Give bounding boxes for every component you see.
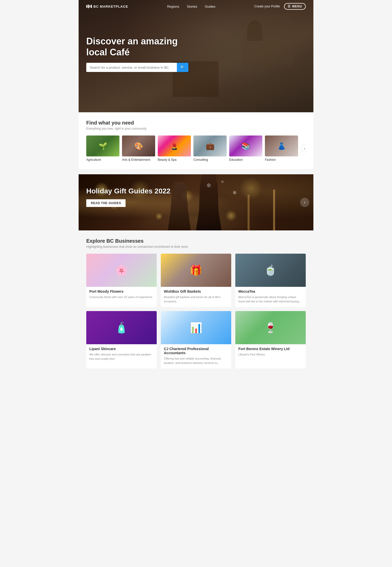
business-name-port-moody-flowers: Port Moody Flowers: [89, 289, 154, 293]
category-beauty-image: 💄: [158, 135, 191, 156]
search-icon: 🔍: [180, 65, 185, 69]
explore-title: Explore BC Businesses: [86, 238, 306, 244]
business-desc-lipani: We offer skincare and cosmetics that are…: [89, 352, 154, 361]
category-consulting-label: Consulting: [193, 158, 227, 162]
business-card-fort-berens[interactable]: 🍷 Fort Berens Estate Winery Ltd Lillooet…: [235, 311, 306, 368]
category-consulting-image: 💼: [193, 135, 227, 156]
business-desc-meccatea: MeccaTea is passionate about bringing un…: [238, 295, 303, 303]
categories-subtitle: Everything you love, right in your commu…: [86, 127, 306, 130]
search-input[interactable]: [86, 63, 177, 72]
logo-text: BC MARKETPLACE: [93, 5, 128, 8]
category-education-label: Education: [229, 158, 262, 162]
category-arts[interactable]: 🎨 Arts & Entertainment: [122, 135, 155, 162]
category-beauty-label: Beauty & Spa: [158, 158, 191, 162]
business-info-wishbox: WishBox Gift Baskets Beautiful gift bask…: [161, 287, 231, 307]
business-image-wishbox: 🎁: [161, 254, 231, 287]
business-info-lipani: Lipani Skincare We offer skincare and co…: [86, 344, 157, 364]
category-arts-image: 🎨: [122, 135, 155, 156]
category-education[interactable]: 📚 Education: [229, 135, 262, 162]
business-name-lipani: Lipani Skincare: [89, 347, 154, 351]
hero-section: Discover an amazing local Café 🔍: [79, 0, 313, 112]
nav-regions[interactable]: Regions: [167, 5, 179, 8]
business-desc-fort-berens: Lillooet's First Winery: [238, 352, 303, 357]
category-fashion-image: 👗: [265, 135, 298, 156]
business-desc-cj-accountants: Offering fast and reliable accounting, f…: [164, 356, 228, 365]
site-logo[interactable]: BC MARKETPLACE: [86, 5, 128, 8]
category-arts-label: Arts & Entertainment: [122, 158, 155, 162]
category-beauty[interactable]: 💄 Beauty & Spa: [158, 135, 191, 162]
business-info-fort-berens: Fort Berens Estate Winery Ltd Lillooet's…: [235, 344, 306, 360]
business-name-wishbox: WishBox Gift Baskets: [164, 289, 228, 293]
category-fashion-label: Fashion: [265, 158, 298, 162]
read-guides-button[interactable]: READ THE GUIDES: [86, 199, 126, 207]
nav-links: Regions Stories Guides: [167, 5, 215, 8]
hero-search-bar: 🔍: [86, 63, 188, 72]
business-grid: 🌸 Port Moody Flowers Community florist w…: [86, 254, 306, 368]
business-name-cj-accountants: CJ Chartered Professional Accountants: [164, 347, 228, 355]
logo-icon: [86, 5, 92, 8]
navbar: BC MARKETPLACE Regions Stories Guides Cr…: [79, 0, 313, 13]
nav-guides[interactable]: Guides: [205, 5, 215, 8]
explore-subtitle: Highlighting businesses that show an unm…: [86, 245, 306, 249]
business-desc-port-moody-flowers: Community florist with over 20 years of …: [89, 295, 154, 299]
categories-next-arrow[interactable]: ›: [301, 145, 306, 152]
business-info-cj-accountants: CJ Chartered Professional Accountants Of…: [161, 344, 231, 368]
business-card-lipani[interactable]: 🧴 Lipani Skincare We offer skincare and …: [86, 311, 157, 368]
business-card-cj-accountants[interactable]: 📊 CJ Chartered Professional Accountants …: [161, 311, 231, 368]
menu-label: MENU: [292, 5, 302, 8]
category-agriculture-image: 🌱: [86, 135, 119, 156]
category-consulting[interactable]: 💼 Consulting: [193, 135, 227, 162]
hamburger-icon: ☰: [288, 5, 291, 8]
business-desc-wishbox: Beautiful gift baskets and boxes for all…: [164, 295, 228, 303]
business-image-fort-berens: 🍷: [235, 311, 306, 344]
nav-stories[interactable]: Stories: [187, 5, 197, 8]
explore-section: Explore BC Businesses Highlighting busin…: [79, 230, 313, 376]
category-agriculture-label: Agriculture: [86, 158, 119, 162]
business-info-port-moody-flowers: Port Moody Flowers Community florist wit…: [86, 287, 157, 303]
gift-banner-content: Holiday Gift Guides 2022 READ THE GUIDES: [79, 174, 313, 220]
nav-right: Create your Profile ☰ MENU: [254, 3, 306, 10]
search-button[interactable]: 🔍: [177, 63, 188, 72]
business-name-meccatea: MeccaTea: [238, 289, 303, 293]
categories-row: 🌱 Agriculture 🎨 Arts & Entertainment 💄 B…: [86, 135, 306, 162]
create-profile-link[interactable]: Create your Profile: [254, 5, 280, 8]
categories-section: Find what you need Everything you love, …: [79, 112, 313, 169]
category-fashion[interactable]: 👗 Fashion: [265, 135, 298, 162]
category-education-image: 📚: [229, 135, 262, 156]
business-card-meccatea[interactable]: 🍵 MeccaTea MeccaTea is passionate about …: [235, 254, 306, 307]
categories-title: Find what you need: [86, 120, 306, 126]
hero-title: Discover an amazing local Café: [86, 36, 183, 58]
gift-guide-banner: ❄ ❄ ❄ Holiday Gift Guides 2022 READ THE …: [79, 174, 313, 230]
business-name-fort-berens: Fort Berens Estate Winery Ltd: [238, 347, 303, 351]
business-info-meccatea: MeccaTea MeccaTea is passionate about br…: [235, 287, 306, 307]
menu-button[interactable]: ☰ MENU: [284, 3, 306, 10]
business-image-port-moody-flowers: 🌸: [86, 254, 157, 287]
category-agriculture[interactable]: 🌱 Agriculture: [86, 135, 119, 162]
business-image-lipani: 🧴: [86, 311, 157, 344]
business-card-wishbox[interactable]: 🎁 WishBox Gift Baskets Beautiful gift ba…: [161, 254, 231, 307]
business-card-port-moody-flowers[interactable]: 🌸 Port Moody Flowers Community florist w…: [86, 254, 157, 307]
business-image-cj-accountants: 📊: [161, 311, 231, 344]
gift-banner-title: Holiday Gift Guides 2022: [86, 187, 306, 195]
business-image-meccatea: 🍵: [235, 254, 306, 287]
